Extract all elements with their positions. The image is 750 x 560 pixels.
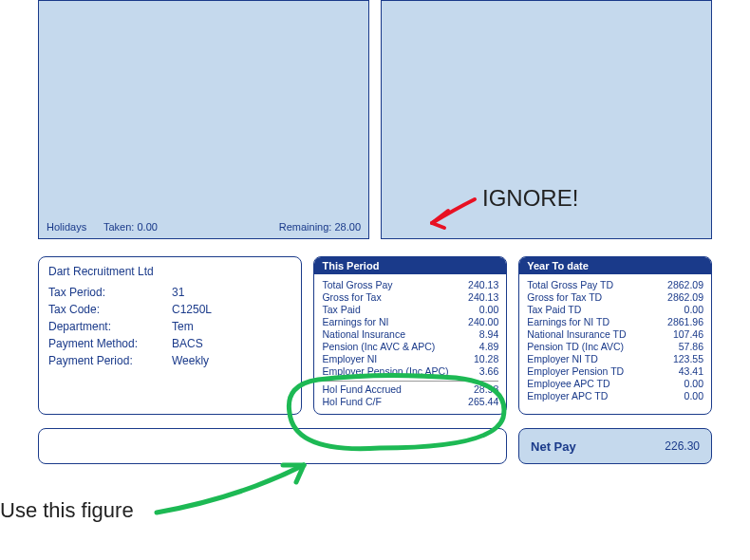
line-item: Total Gross Pay240.13 [322,279,498,290]
line-value: 0.00 [479,304,498,315]
info-row: Tax Code:C1250L [48,303,291,316]
line-value: 3.66 [479,365,498,377]
line-item: Employer NI TD123.55 [527,353,703,364]
line-item: Employee APC TD0.00 [527,378,703,389]
line-item: Tax Paid TD0.00 [527,304,703,315]
this-period-box: This Period Total Gross Pay240.13 Gross … [313,256,507,415]
line-value: 107.46 [673,328,703,340]
line-item: Employer APC TD0.00 [527,390,703,401]
divider [322,381,498,382]
line-value: 2862.09 [667,291,703,303]
info-row: Payment Period:Weekly [48,354,291,367]
company-name: Dart Recruitment Ltd [48,265,291,278]
net-pay-label: Net Pay [531,439,576,454]
line-value: 4.89 [479,341,498,352]
info-label: Payment Period: [48,354,172,367]
info-label: Tax Code: [48,303,172,316]
employer-info-box: Dart Recruitment Ltd Tax Period:31 Tax C… [38,256,302,415]
info-value: C1250L [172,303,212,316]
line-label: National Insurance [322,328,405,340]
line-label: Tax Paid [322,304,360,315]
line-value: 0.00 [684,378,703,389]
line-item: Employer NI10.28 [322,353,498,364]
line-value: 0.00 [684,304,703,315]
line-value: 240.13 [468,279,498,290]
line-item: Gross for Tax TD2862.09 [527,291,703,303]
this-period-body: Total Gross Pay240.13 Gross for Tax240.1… [314,274,506,414]
info-row: Department:Tem [48,320,291,333]
line-item: Employer Pension TD43.41 [527,365,703,377]
line-item: Tax Paid0.00 [322,304,498,315]
line-label: Hol Fund Accrued [322,383,401,395]
ytd-body: Total Gross Pay TD2862.09 Gross for Tax … [519,274,711,408]
line-item: Total Gross Pay TD2862.09 [527,279,703,290]
line-item: Hol Fund C/F265.44 [322,396,498,407]
info-label: Tax Period: [48,286,172,299]
line-label: Gross for Tax TD [527,291,602,303]
line-label: Employer Pension (Inc APC) [322,365,448,377]
holidays-label: Holidays [47,221,103,233]
line-label: Total Gross Pay [322,279,392,290]
year-to-date-box: Year To date Total Gross Pay TD2862.09 G… [518,256,712,415]
info-value: BACS [172,337,203,350]
line-label: Employer APC TD [527,390,608,401]
line-value: 43.41 [679,365,703,377]
line-item: Pension (Inc AVC & APC)4.89 [322,341,498,352]
line-label: Gross for Tax [322,291,381,303]
line-item: Hol Fund Accrued28.98 [322,383,498,395]
info-value: Weekly [172,354,209,367]
line-value: 240.13 [468,291,498,303]
holidays-row: Holidays Taken: 0.00 Remaining: 28.00 [47,221,361,233]
line-label: Total Gross Pay TD [527,279,613,290]
annotation-use-text: Use this figure [0,498,134,523]
line-item: National Insurance8.94 [322,328,498,340]
line-value: 28.98 [474,383,498,395]
ytd-header: Year To date [519,257,711,274]
net-pay-box: Net Pay 226.30 [518,428,712,464]
line-label: National Insurance TD [527,328,626,340]
line-value: 240.00 [468,316,498,327]
remaining-label: Remaining: [279,221,332,233]
taken-label: Taken: [103,221,134,233]
info-value: 31 [172,286,184,299]
empty-box [38,428,507,464]
info-row: Payment Method:BACS [48,337,291,350]
line-item: Pension TD (Inc AVC)57.86 [527,341,703,352]
line-value: 2862.09 [667,279,703,290]
holidays-taken: Taken: 0.00 [103,221,158,233]
info-row: Tax Period:31 [48,286,291,299]
line-label: Employer NI [322,353,377,364]
holidays-remaining: Remaining: 28.00 [279,221,361,233]
this-period-header: This Period [314,257,506,274]
line-item: Employer Pension (Inc APC)3.66 [322,365,498,377]
info-label: Payment Method: [48,337,172,350]
line-item: Gross for Tax240.13 [322,291,498,303]
line-label: Employer NI TD [527,353,598,364]
line-value: 123.55 [673,353,703,364]
line-label: Pension (Inc AVC & APC) [322,341,435,352]
line-item: National Insurance TD107.46 [527,328,703,340]
line-label: Employer Pension TD [527,365,624,377]
line-value: 8.94 [479,328,498,340]
info-label: Department: [48,320,172,333]
annotation-ignore-text: IGNORE! [482,185,578,212]
top-panel-left: Holidays Taken: 0.00 Remaining: 28.00 [38,0,369,239]
line-value: 2861.96 [667,316,703,327]
line-label: Earnings for NI [322,316,388,327]
line-label: Earnings for NI TD [527,316,609,327]
net-pay-value: 226.30 [665,439,700,453]
line-value: 0.00 [684,390,703,401]
remaining-value: 28.00 [334,221,361,233]
line-value: 57.86 [679,341,703,352]
line-label: Hol Fund C/F [322,396,381,407]
line-value: 265.44 [468,396,498,407]
info-value: Tem [172,320,194,333]
line-value: 10.28 [474,353,498,364]
line-item: Earnings for NI TD2861.96 [527,316,703,327]
line-item: Earnings for NI240.00 [322,316,498,327]
line-label: Tax Paid TD [527,304,581,315]
green-arrow-icon [157,465,304,513]
line-label: Pension TD (Inc AVC) [527,341,624,352]
taken-value: 0.00 [137,221,157,233]
line-label: Employee APC TD [527,378,609,389]
